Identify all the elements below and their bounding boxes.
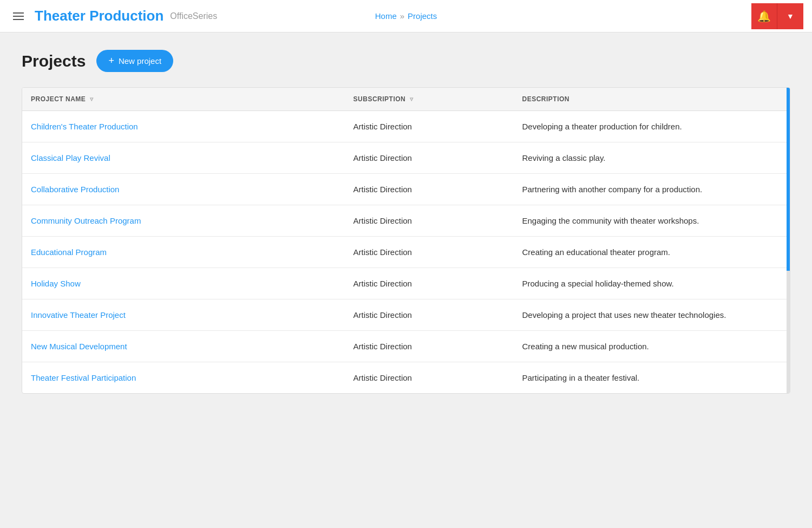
table-row: New Musical DevelopmentArtistic Directio… [22,331,790,362]
project-name-link[interactable]: Collaborative Production [31,185,119,194]
project-name-link[interactable]: Children's Theater Production [31,122,138,131]
col-header-project-name: PROJECT NAME ▿ [22,88,345,111]
table-row: Community Outreach ProgramArtistic Direc… [22,205,790,237]
table-row: Classical Play RevivalArtistic Direction… [22,142,790,174]
table-row: Theater Festival ParticipationArtistic D… [22,362,790,394]
project-name-cell: Educational Program [22,237,345,268]
breadcrumb-separator: » [400,11,404,21]
table-body: Children's Theater ProductionArtistic Di… [22,111,790,394]
user-dropdown-button[interactable]: ▼ [777,3,803,29]
project-name-link[interactable]: Educational Program [31,247,107,257]
filter-project-icon[interactable]: ▿ [90,95,94,103]
subscription-cell: Artistic Direction [345,205,514,237]
scroll-thumb [787,88,790,271]
filter-subscription-icon[interactable]: ▿ [410,95,414,103]
project-name-cell: New Musical Development [22,331,345,362]
subscription-cell: Artistic Direction [345,331,514,362]
table-row: Educational ProgramArtistic DirectionCre… [22,237,790,268]
project-name-link[interactable]: Classical Play Revival [31,153,110,162]
plus-icon: + [108,55,114,67]
subscription-cell: Artistic Direction [345,237,514,268]
project-name-cell: Theater Festival Participation [22,362,345,394]
main-content: Projects + New project PROJECT NAME ▿ [0,32,812,411]
description-cell: Reviving a classic play. [514,142,790,174]
project-name-cell: Community Outreach Program [22,205,345,237]
table-row: Collaborative ProductionArtistic Directi… [22,174,790,205]
table-header-row: PROJECT NAME ▿ SUBSCRIPTION ▿ DESCRIPTIO… [22,88,790,111]
project-name-cell: Classical Play Revival [22,142,345,174]
col-header-description: DESCRIPTION [514,88,790,111]
project-name-cell: Holiday Show [22,268,345,299]
project-name-cell: Children's Theater Production [22,111,345,142]
breadcrumb: Home » Projects [375,11,437,21]
description-cell: Creating a new musical production. [514,331,790,362]
subscription-cell: Artistic Direction [345,299,514,331]
new-project-label: New project [119,56,161,66]
description-cell: Creating an educational theater program. [514,237,790,268]
breadcrumb-current: Projects [408,11,437,21]
projects-table: PROJECT NAME ▿ SUBSCRIPTION ▿ DESCRIPTIO… [22,88,790,393]
col-project-name-label: PROJECT NAME [31,95,86,103]
description-cell: Developing a theater production for chil… [514,111,790,142]
col-subscription-label: SUBSCRIPTION [353,95,406,103]
page-title: Projects [22,52,86,70]
chevron-down-icon: ▼ [787,12,794,21]
bell-icon: 🔔 [757,10,771,23]
description-cell: Developing a project that uses new theat… [514,299,790,331]
col-header-subscription: SUBSCRIPTION ▿ [345,88,514,111]
notification-button[interactable]: 🔔 [751,3,777,29]
subscription-cell: Artistic Direction [345,268,514,299]
description-cell: Producing a special holiday-themed show. [514,268,790,299]
description-cell: Participating in a theater festival. [514,362,790,394]
page-header: Projects + New project [22,50,790,72]
app-title: Theater Production [35,8,163,24]
scrollbar[interactable] [787,88,790,393]
subscription-cell: Artistic Direction [345,362,514,394]
app-subtitle: OfficeSeries [170,11,217,21]
table-row: Children's Theater ProductionArtistic Di… [22,111,790,142]
project-name-link[interactable]: Holiday Show [31,279,81,288]
table-row: Holiday ShowArtistic DirectionProducing … [22,268,790,299]
project-name-cell: Collaborative Production [22,174,345,205]
projects-table-container: PROJECT NAME ▿ SUBSCRIPTION ▿ DESCRIPTIO… [22,87,790,394]
col-description-label: DESCRIPTION [522,95,570,103]
subscription-cell: Artistic Direction [345,174,514,205]
description-cell: Partnering with another company for a pr… [514,174,790,205]
header: Theater Production OfficeSeries Home » P… [0,0,812,32]
project-name-link[interactable]: Community Outreach Program [31,216,141,225]
new-project-button[interactable]: + New project [96,50,173,72]
project-name-link[interactable]: Theater Festival Participation [31,373,136,382]
header-actions: 🔔 ▼ [751,3,803,29]
subscription-cell: Artistic Direction [345,111,514,142]
project-name-cell: Innovative Theater Project [22,299,345,331]
subscription-cell: Artistic Direction [345,142,514,174]
description-cell: Engaging the community with theater work… [514,205,790,237]
table-row: Innovative Theater ProjectArtistic Direc… [22,299,790,331]
breadcrumb-home[interactable]: Home [375,11,397,21]
project-name-link[interactable]: Innovative Theater Project [31,310,126,320]
project-name-link[interactable]: New Musical Development [31,342,127,351]
menu-button[interactable] [9,8,28,24]
